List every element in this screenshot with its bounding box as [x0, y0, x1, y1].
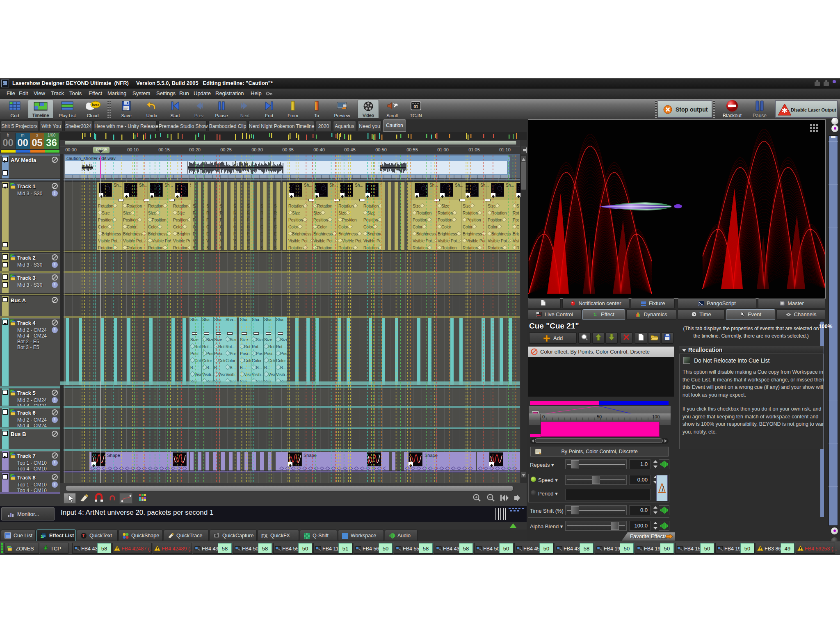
svg-text:50: 50 [597, 414, 602, 419]
svg-text:FX: FX [261, 533, 267, 539]
svg-text:Σ: Σ [41, 534, 43, 539]
svg-text:Σ: Σ [593, 312, 597, 317]
svg-text:beta: beta [92, 103, 100, 107]
svg-text:T: T [82, 533, 85, 538]
svg-text:01: 01 [413, 105, 418, 109]
svg-text:100: 100 [652, 414, 660, 419]
svg-text:0: 0 [542, 414, 545, 419]
